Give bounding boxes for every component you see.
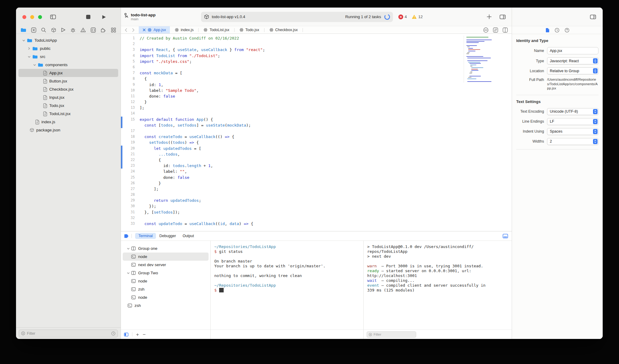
tree-item-file-selected[interactable]: App.jsx [18,69,118,77]
tab-appjsx[interactable]: App.jsx [139,26,170,34]
code-line[interactable]: 12 } [121,99,512,105]
close-icon[interactable] [143,28,146,31]
indent-select[interactable]: Spaces [547,128,598,135]
back-icon[interactable] [125,28,127,32]
source-control-icon[interactable] [31,27,36,33]
code-editor[interactable]: 1// Created by Austin Condiff on 02/16/2… [121,34,512,231]
code-line[interactable]: 4import TodoList from "./TodoList"; [121,53,512,59]
terminal-pane-dev[interactable]: > TodoListApp@0.1.0 dev /Users/austincon… [364,241,512,339]
code-line[interactable]: 14 [121,111,512,116]
code-line[interactable]: 2 [121,41,512,47]
find-navigator-icon[interactable] [41,27,46,33]
code-line[interactable]: 1// Created by Austin Condiff on 02/16/2… [121,35,512,41]
tree-item-project[interactable]: TodoListApp [16,36,121,44]
code-line[interactable]: 11 done: false [121,93,512,99]
history-inspector-icon[interactable] [555,28,559,33]
terminal-filter-input[interactable]: Filter [367,331,416,338]
session-item[interactable]: next dev server [123,261,209,269]
swap-editor-icon[interactable] [493,27,498,33]
code-line[interactable]: 28 [121,192,512,198]
add-terminal-icon[interactable]: + [136,332,139,337]
minimize-window-button[interactable] [30,15,34,19]
collapse-drawer-icon[interactable] [503,234,508,238]
code-line[interactable]: 21 ...todos, [121,151,512,157]
tab-checkboxjsx[interactable]: Checkbox.jsx [264,26,303,34]
symbols-navigator-icon[interactable] [91,27,96,33]
toggle-right-panel-icon[interactable] [590,14,596,19]
code-line[interactable]: 17 [121,128,512,134]
code-line[interactable]: 15export default function App() { [121,117,512,122]
session-item[interactable]: node [123,277,209,285]
tree-item-public[interactable]: public [16,44,121,53]
chevron-down-icon[interactable] [125,248,131,250]
tree-item-src[interactable]: src [16,53,121,61]
tab-output[interactable]: Output [179,233,197,239]
code-line[interactable]: 7const mockData = [ [121,70,512,76]
code-line[interactable]: 9 id: 1, [121,82,512,88]
chevron-right-icon[interactable] [26,47,32,50]
tree-item-components[interactable]: components [16,61,121,69]
session-item[interactable]: zsh [123,301,209,310]
split-terminal-icon[interactable] [124,333,128,337]
code-line[interactable]: 18 const createTodo = useCallback(() => … [121,134,512,140]
code-line[interactable]: 27 ]; [121,186,512,192]
package-navigator-icon[interactable] [51,27,56,33]
code-line[interactable]: 19 setTodos((todos) => { [121,140,512,145]
code-line[interactable]: const [todos, setTodos] = useState(mockD… [121,122,512,128]
session-item-selected[interactable]: node [123,253,209,261]
code-line[interactable]: 8 { [121,76,512,82]
code-line[interactable]: 25 done: false [121,175,512,180]
run-navigator-icon[interactable] [61,27,66,32]
session-item[interactable]: node [123,293,209,301]
name-field[interactable]: App.jsx [547,47,598,54]
error-badge[interactable]: 4 [398,14,407,19]
code-line[interactable]: 5import "./styles.css"; [121,59,512,64]
chevron-down-icon[interactable] [26,56,32,58]
toggle-inspector-icon[interactable] [500,14,506,19]
session-group[interactable]: Group Two [123,269,209,277]
tree-item-file[interactable]: Checkbox.jsx [16,85,121,93]
project-navigator-icon[interactable] [21,28,26,32]
code-line[interactable]: 13]; [121,105,512,111]
help-inspector-icon[interactable] [565,28,569,33]
tree-item-file[interactable]: TodoList.jsx [16,110,121,118]
location-select[interactable]: Relative to Group [547,67,598,74]
toggle-sidebar-icon[interactable] [50,14,56,19]
zoom-window-button[interactable] [38,15,42,19]
warning-badge[interactable]: 12 [412,14,423,19]
code-line[interactable]: 24 label: "", [121,169,512,174]
tab-indexjs[interactable]: index.js [170,26,198,34]
lineendings-select[interactable]: LF [547,118,598,125]
widths-select[interactable]: 2 [547,138,598,145]
terminal-pane-git[interactable]: ~/Repositories/TodoListApp$ git status O… [211,241,364,339]
code-line[interactable]: 30 }); [121,203,512,209]
tab-todolistjsx[interactable]: TodoList.jsx [199,26,234,34]
scheme-status-pill[interactable]: todo-list-app v1.0.4 Running 1 of 2 task… [201,12,393,22]
session-group[interactable]: Group one [123,244,209,253]
tab-terminal[interactable]: Terminal [135,233,156,239]
chevron-down-icon[interactable] [20,40,27,41]
run-button[interactable] [102,15,106,19]
tree-item-file[interactable]: Input.jsx [16,93,121,101]
tree-item-file[interactable]: Button.jsx [16,77,121,85]
code-line[interactable]: 31 }, [setTodos]); [121,209,512,215]
encoding-select[interactable]: Unicode (UTF-8) [547,108,598,115]
file-inspector-icon[interactable] [546,28,549,33]
tree-item-packagejson[interactable]: package.json [16,126,121,134]
type-select[interactable]: Javascript: React [547,57,598,64]
code-line[interactable]: 22 { [121,157,512,163]
code-line[interactable]: 23 id: todos.length + 1, [121,163,512,169]
remove-terminal-icon[interactable]: − [143,332,146,337]
code-line[interactable]: 6 [121,64,512,70]
forward-icon[interactable] [132,28,134,32]
code-line[interactable]: 32 [121,215,512,221]
split-editor-icon[interactable] [503,27,508,33]
clock-icon[interactable] [111,331,115,336]
chevron-down-icon[interactable] [31,64,38,66]
code-line[interactable]: 33 const updateTodo = useCallback((id, d… [121,221,512,227]
code-line[interactable]: 10 label: "Sample Todo", [121,88,512,93]
code-line[interactable]: 29 return updatedTodos; [121,198,512,203]
tree-item-indexjs[interactable]: index.js [16,118,121,126]
more-options-icon[interactable] [483,27,488,33]
minimap[interactable] [464,36,495,83]
